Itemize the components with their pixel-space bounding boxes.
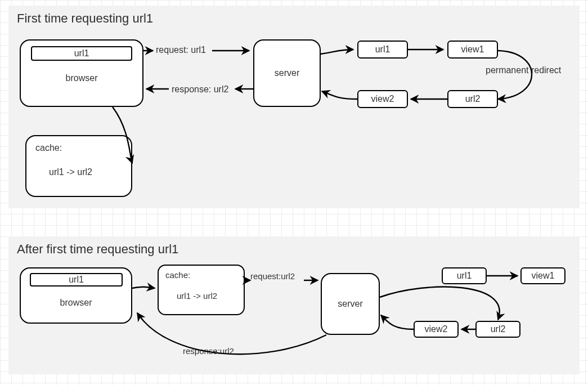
node-url2: url2 [447,90,498,108]
node-view1: view1 [447,41,498,59]
edge-response-label: response: url2 [172,84,228,95]
cache-mapping-2: url1 -> url2 [177,291,217,301]
node-view1-2: view1 [520,267,565,284]
cache-header-2: cache: [165,270,190,280]
browser-address-bar-2: url1 [30,273,123,286]
server-label-2: server [338,299,362,309]
edge-redirect-label: permanent redirect [486,65,561,75]
panel-after-first-request: After first time requesting url1 url1 br… [8,236,580,374]
browser-label: browser [21,73,142,83]
node-url1: url1 [357,41,408,59]
cache-mapping: url1 -> url2 [49,167,92,177]
node-url1-2: url1 [442,267,487,284]
node-view2-2: view2 [414,321,459,338]
cache-box: cache: url1 -> url2 [25,135,132,197]
panel-first-request: First time requesting url1 url1 browser … [8,6,580,208]
edge-request-label: request: url1 [156,45,206,55]
server-label: server [275,68,299,78]
browser-label-2: browser [21,298,131,308]
edge-response-label-2: response:url2 [183,346,234,356]
cache-header: cache: [35,143,62,153]
cache-box-2: cache: url1 -> url2 [158,265,245,315]
browser-box: url1 browser [20,39,143,107]
panel1-title: First time requesting url1 [17,11,153,26]
server-box: server [253,39,321,107]
panel2-title: After first time requesting url1 [17,242,178,257]
browser-address-bar: url1 [31,46,132,61]
browser-box-2: url1 browser [20,267,132,324]
server-box-2: server [321,273,380,335]
node-view2: view2 [357,90,408,108]
edge-request-label-2: request:url2 [250,271,295,281]
node-url2-2: url2 [475,321,520,338]
